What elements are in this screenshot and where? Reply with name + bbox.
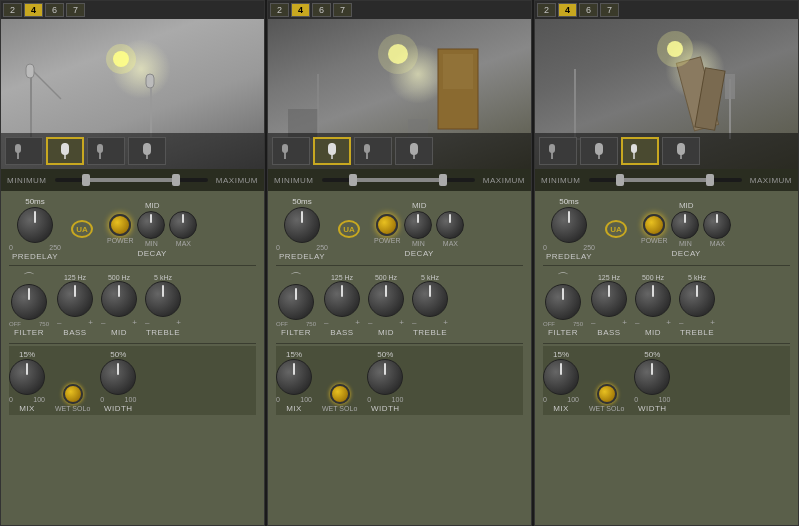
svg-rect-44	[595, 143, 603, 155]
filter-knob-3[interactable]	[545, 284, 581, 320]
minmax-handle-right-1[interactable]	[172, 174, 180, 186]
mix-knob-3[interactable]	[543, 359, 579, 395]
wet-solo-button-1[interactable]	[63, 384, 83, 404]
mid-eq-knob-3[interactable]	[635, 281, 671, 317]
mid-eq-knob-2[interactable]	[368, 281, 404, 317]
tab-6-p2[interactable]: 6	[312, 3, 331, 17]
bass-knob-2[interactable]	[324, 281, 360, 317]
decay-label-2: DECAY	[404, 249, 433, 258]
predelay-knob-3[interactable]	[551, 207, 587, 243]
predelay-knob-2[interactable]	[284, 207, 320, 243]
mic-thumb-3-2[interactable]	[580, 137, 618, 165]
wet-solo-group-2: WET SOLo	[322, 384, 357, 413]
bass-label-1: BASS	[63, 328, 86, 337]
mix-value-1: 15%	[19, 350, 35, 359]
predelay-value-1: 50ms	[25, 197, 45, 206]
decay-min-knob-2[interactable]	[404, 211, 432, 239]
decay-max-knob-1[interactable]	[169, 211, 197, 239]
mic-thumb-1-3[interactable]	[87, 137, 125, 165]
treble-label-2: TREBLE	[413, 328, 447, 337]
treble-knob-1[interactable]	[145, 281, 181, 317]
tab-2-p3[interactable]: 2	[537, 3, 556, 17]
tab-4-p2[interactable]: 4	[291, 3, 310, 17]
minmax-handle-right-3[interactable]	[706, 174, 714, 186]
room-scene-2	[268, 19, 531, 169]
tab-4-p3[interactable]: 4	[558, 3, 577, 17]
minmax-handle-left-1[interactable]	[82, 174, 90, 186]
mic-thumb-2-3[interactable]	[354, 137, 392, 165]
tab-6[interactable]: 6	[45, 3, 64, 17]
bass-knob-3[interactable]	[591, 281, 627, 317]
tab-4[interactable]: 4	[24, 3, 43, 17]
tab-strip-3: 2 4 6 7	[535, 1, 798, 19]
mic-thumb-2-1[interactable]	[272, 137, 310, 165]
bass-scale-1: – +	[57, 318, 93, 327]
wet-solo-button-3[interactable]	[597, 384, 617, 404]
bass-knob-1[interactable]	[57, 281, 93, 317]
minmax-track-3[interactable]	[589, 178, 742, 182]
width-group-3: 50% 0 100 WIDTH	[634, 350, 670, 413]
mic-thumbnails-3	[535, 133, 798, 169]
power-button-3[interactable]	[643, 214, 665, 236]
treble-knob-2[interactable]	[412, 281, 448, 317]
width-knob-2[interactable]	[367, 359, 403, 395]
predelay-group-1: 50ms 0 250 PREDELAY	[9, 197, 61, 261]
min-label-2: MINIMUM	[274, 176, 314, 185]
tab-7-p2[interactable]: 7	[333, 3, 352, 17]
mid-eq-knob-1[interactable]	[101, 281, 137, 317]
mic-icon-2-3	[359, 141, 387, 161]
minmax-handle-right-2[interactable]	[439, 174, 447, 186]
tab-2[interactable]: 2	[3, 3, 22, 17]
filter-knob-2[interactable]	[278, 284, 314, 320]
svg-rect-46	[631, 144, 637, 153]
width-knob-1[interactable]	[100, 359, 136, 395]
decay-min-group-2: MIN	[404, 211, 432, 247]
minmax-handle-left-2[interactable]	[349, 174, 357, 186]
tab-7[interactable]: 7	[66, 3, 85, 17]
mic-thumb-3-3[interactable]	[621, 137, 659, 165]
power-button-2[interactable]	[376, 214, 398, 236]
treble-plus-1: +	[176, 318, 181, 327]
wet-solo-group-1: WET SOLo	[55, 384, 90, 413]
bass-minus-2: –	[324, 318, 328, 327]
mic-thumb-1-2[interactable]	[46, 137, 84, 165]
mic-icon-3-2	[585, 141, 613, 161]
power-button-1[interactable]	[109, 214, 131, 236]
mic-icon-1-3	[92, 141, 120, 161]
minmax-track-2[interactable]	[322, 178, 475, 182]
minmax-handle-left-3[interactable]	[616, 174, 624, 186]
decay-min-knob-1[interactable]	[137, 211, 165, 239]
mix-knob-2[interactable]	[276, 359, 312, 395]
mic-thumb-3-4[interactable]	[662, 137, 700, 165]
tab-6-p3[interactable]: 6	[579, 3, 598, 17]
mic-thumb-2-2[interactable]	[313, 137, 351, 165]
mic-thumb-2-4[interactable]	[395, 137, 433, 165]
tab-7-p3[interactable]: 7	[600, 3, 619, 17]
mic-thumb-1-1[interactable]	[5, 137, 43, 165]
wet-solo-button-2[interactable]	[330, 384, 350, 404]
decay-min-knob-3[interactable]	[671, 211, 699, 239]
mic-thumb-1-4[interactable]	[128, 137, 166, 165]
mic-thumb-3-1[interactable]	[539, 137, 577, 165]
ua-logo-1: UA	[67, 217, 97, 241]
treble-label-1: TREBLE	[146, 328, 180, 337]
decay-max-knob-3[interactable]	[703, 211, 731, 239]
decay-min-group-3: MIN	[671, 211, 699, 247]
filter-label-3: FILTER	[548, 328, 578, 337]
filter-knob-1[interactable]	[11, 284, 47, 320]
bass-freq-1: 125 Hz	[64, 274, 86, 281]
decay-max-knob-2[interactable]	[436, 211, 464, 239]
minmax-track-1[interactable]	[55, 178, 208, 182]
bass-minus-1: –	[57, 318, 61, 327]
mid-minus-3: –	[635, 318, 639, 327]
svg-rect-48	[677, 143, 685, 155]
treble-knob-3[interactable]	[679, 281, 715, 317]
mix-knob-1[interactable]	[9, 359, 45, 395]
mid-group-2: MID POWER MIN MAX	[374, 201, 464, 258]
bass-minus-3: –	[591, 318, 595, 327]
tab-2-p2[interactable]: 2	[270, 3, 289, 17]
predelay-knob-1[interactable]	[17, 207, 53, 243]
width-knob-3[interactable]	[634, 359, 670, 395]
ua-logo-mark-1: UA	[71, 220, 93, 238]
predelay-max-2: 250	[316, 244, 328, 251]
